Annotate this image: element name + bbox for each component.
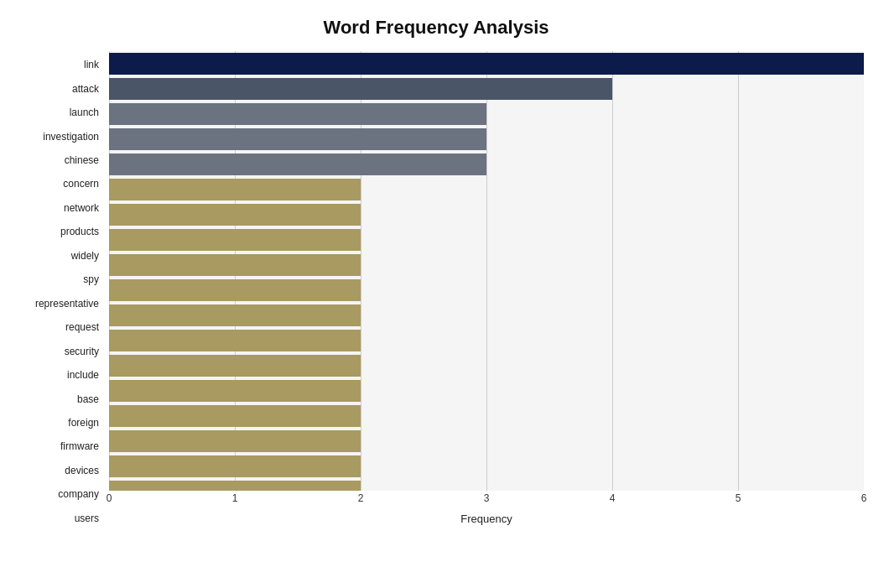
bar-request <box>109 330 361 351</box>
y-label-concern: concern <box>63 172 104 195</box>
bar-foreign <box>109 430 361 452</box>
y-label-security: security <box>65 339 104 362</box>
x-tick-5: 5 <box>736 492 741 504</box>
x-tick-3: 3 <box>484 492 490 504</box>
y-label-launch: launch <box>70 101 104 124</box>
y-axis: linkattacklaunchinvestigationchineseconc… <box>8 51 109 530</box>
bar-base <box>109 405 361 427</box>
bar-investigation <box>109 128 486 150</box>
bar-widely <box>109 254 361 276</box>
y-label-attack: attack <box>72 76 104 100</box>
y-label-company: company <box>58 482 104 506</box>
x-tick-2: 2 <box>358 492 364 504</box>
grid-line-4 <box>612 51 613 491</box>
bar-products <box>109 229 361 251</box>
y-label-investigation: investigation <box>43 124 104 148</box>
y-label-widely: widely <box>71 244 104 268</box>
bar-firmware <box>109 455 361 477</box>
y-label-firmware: firmware <box>60 434 104 458</box>
y-label-representative: representative <box>35 292 104 315</box>
x-tick-0: 0 <box>107 492 112 504</box>
y-label-network: network <box>64 196 104 220</box>
chart-container: Word Frequency Analysis linkattacklaunch… <box>0 0 889 588</box>
x-axis: 0123456 Frequency <box>109 492 864 530</box>
x-tick-4: 4 <box>610 492 616 504</box>
y-label-spy: spy <box>83 268 104 291</box>
grid-line-5 <box>738 51 739 491</box>
y-label-link: link <box>84 53 104 76</box>
x-tick-6: 6 <box>861 492 867 504</box>
y-label-request: request <box>65 315 104 339</box>
bar-link <box>109 53 864 75</box>
y-label-products: products <box>60 220 104 243</box>
y-label-devices: devices <box>65 459 104 482</box>
bar-spy <box>109 279 361 301</box>
y-label-include: include <box>67 363 104 387</box>
y-label-users: users <box>75 507 104 530</box>
x-axis-label: Frequency <box>109 513 864 525</box>
bar-launch <box>109 103 486 125</box>
y-label-base: base <box>77 387 104 410</box>
x-tick-1: 1 <box>232 492 238 504</box>
chart-title: Word Frequency Analysis <box>8 17 864 39</box>
bar-include <box>109 380 361 402</box>
bar-network <box>109 204 361 226</box>
grid-line-3 <box>486 51 487 491</box>
bar-chinese <box>109 154 486 175</box>
bars-area <box>109 51 864 491</box>
y-label-chinese: chinese <box>65 148 104 172</box>
bar-concern <box>109 179 361 200</box>
bar-representative <box>109 304 361 326</box>
bar-security <box>109 355 361 377</box>
bar-devices <box>109 481 361 491</box>
y-label-foreign: foreign <box>68 411 104 434</box>
bar-attack <box>109 78 612 100</box>
